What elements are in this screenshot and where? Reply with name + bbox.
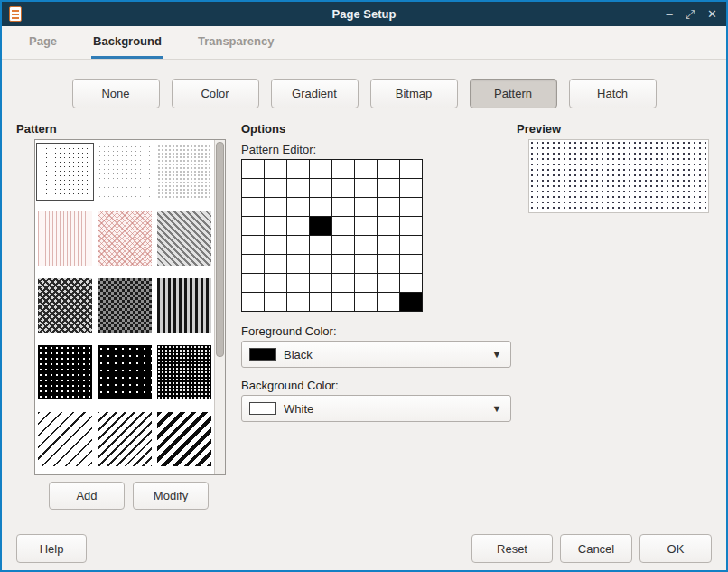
pattern-item-black-dots[interactable] xyxy=(37,344,93,400)
close-icon[interactable]: ✕ xyxy=(707,2,717,26)
pattern-item-vlines-pink[interactable] xyxy=(37,211,93,267)
editor-cell-5-0[interactable] xyxy=(242,255,265,274)
pattern-item-checker-dark[interactable] xyxy=(97,277,153,333)
tab-transparency[interactable]: Transparency xyxy=(196,26,276,59)
editor-cell-5-7[interactable] xyxy=(400,255,423,274)
pattern-item-diag-thin[interactable] xyxy=(37,411,93,467)
editor-cell-1-5[interactable] xyxy=(355,179,378,198)
editor-cell-2-3[interactable] xyxy=(310,198,332,217)
foreground-color-dropdown[interactable]: Black ▼ xyxy=(241,341,511,368)
editor-cell-6-3[interactable] xyxy=(310,274,332,293)
help-button[interactable]: Help xyxy=(16,534,87,563)
editor-cell-0-5[interactable] xyxy=(355,160,378,179)
editor-cell-3-3[interactable] xyxy=(310,217,332,236)
editor-cell-4-4[interactable] xyxy=(332,236,355,255)
pattern-item-dots-faint[interactable] xyxy=(156,144,212,200)
editor-cell-2-1[interactable] xyxy=(265,198,287,217)
reset-button[interactable]: Reset xyxy=(471,534,553,563)
editor-cell-0-0[interactable] xyxy=(242,160,265,179)
add-button[interactable]: Add xyxy=(49,482,125,510)
editor-cell-2-5[interactable] xyxy=(355,198,378,217)
editor-cell-6-4[interactable] xyxy=(332,274,355,293)
editor-cell-3-4[interactable] xyxy=(332,217,355,236)
pattern-item-dots-fine[interactable] xyxy=(37,144,93,200)
editor-cell-5-5[interactable] xyxy=(355,255,378,274)
editor-cell-4-5[interactable] xyxy=(355,236,378,255)
pattern-item-diag-thick[interactable] xyxy=(156,411,212,467)
editor-cell-1-7[interactable] xyxy=(400,179,423,198)
fill-type-none-button[interactable]: None xyxy=(72,79,160,108)
editor-cell-6-0[interactable] xyxy=(242,274,265,293)
editor-cell-0-7[interactable] xyxy=(400,160,423,179)
fill-type-bitmap-button[interactable]: Bitmap xyxy=(370,79,458,108)
restore-icon[interactable]: ⤢ xyxy=(686,2,695,26)
editor-cell-5-1[interactable] xyxy=(265,255,287,274)
editor-cell-4-6[interactable] xyxy=(378,236,400,255)
tab-background[interactable]: Background xyxy=(91,26,163,59)
editor-cell-2-4[interactable] xyxy=(332,198,355,217)
editor-cell-1-3[interactable] xyxy=(310,179,332,198)
fill-type-gradient-button[interactable]: Gradient xyxy=(271,79,359,108)
editor-cell-3-5[interactable] xyxy=(355,217,378,236)
editor-cell-2-7[interactable] xyxy=(400,198,423,217)
editor-cell-5-6[interactable] xyxy=(378,255,400,274)
editor-cell-1-0[interactable] xyxy=(242,179,265,198)
editor-cell-3-0[interactable] xyxy=(242,217,265,236)
ok-button[interactable]: OK xyxy=(639,534,712,563)
editor-cell-7-0[interactable] xyxy=(242,293,265,312)
pattern-item-black-dots-sparse[interactable] xyxy=(97,344,153,400)
editor-cell-1-4[interactable] xyxy=(332,179,355,198)
editor-cell-2-2[interactable] xyxy=(287,198,310,217)
editor-cell-4-1[interactable] xyxy=(265,236,287,255)
pattern-list-scrollbar[interactable] xyxy=(214,140,225,474)
editor-cell-3-1[interactable] xyxy=(265,217,287,236)
editor-cell-7-7[interactable] xyxy=(400,293,423,312)
cancel-button[interactable]: Cancel xyxy=(560,534,632,563)
editor-cell-4-0[interactable] xyxy=(242,236,265,255)
editor-cell-3-2[interactable] xyxy=(287,217,310,236)
editor-cell-2-0[interactable] xyxy=(242,198,265,217)
tab-page[interactable]: Page xyxy=(27,26,59,59)
editor-cell-0-6[interactable] xyxy=(378,160,400,179)
chevron-down-icon[interactable]: ▼ xyxy=(483,342,510,367)
editor-cell-7-2[interactable] xyxy=(287,293,310,312)
background-color-dropdown[interactable]: White ▼ xyxy=(241,395,511,422)
editor-cell-7-5[interactable] xyxy=(355,293,378,312)
minimize-icon[interactable]: – xyxy=(666,2,672,26)
editor-cell-7-3[interactable] xyxy=(310,293,332,312)
pattern-item-cross-pink[interactable] xyxy=(97,211,153,267)
editor-cell-6-5[interactable] xyxy=(355,274,378,293)
editor-cell-5-2[interactable] xyxy=(287,255,310,274)
editor-cell-7-4[interactable] xyxy=(332,293,355,312)
editor-cell-7-1[interactable] xyxy=(265,293,287,312)
editor-cell-0-1[interactable] xyxy=(265,160,287,179)
editor-cell-6-2[interactable] xyxy=(287,274,310,293)
fill-type-pattern-button[interactable]: Pattern xyxy=(470,79,557,108)
scrollbar-thumb[interactable] xyxy=(216,142,224,357)
modify-button[interactable]: Modify xyxy=(133,482,209,510)
pattern-editor-grid[interactable] xyxy=(241,159,423,312)
fill-type-hatch-button[interactable]: Hatch xyxy=(569,79,657,108)
editor-cell-1-2[interactable] xyxy=(287,179,310,198)
pattern-item-diag-gray[interactable] xyxy=(156,211,212,267)
editor-cell-4-2[interactable] xyxy=(287,236,310,255)
editor-cell-4-7[interactable] xyxy=(400,236,423,255)
editor-cell-1-6[interactable] xyxy=(378,179,400,198)
pattern-item-diag-med[interactable] xyxy=(97,411,153,467)
pattern-item-black-dots-fine[interactable] xyxy=(156,344,212,400)
editor-cell-6-6[interactable] xyxy=(378,274,400,293)
editor-cell-3-7[interactable] xyxy=(400,217,423,236)
editor-cell-0-3[interactable] xyxy=(310,160,332,179)
chevron-down-icon[interactable]: ▼ xyxy=(483,396,510,421)
editor-cell-0-2[interactable] xyxy=(287,160,310,179)
editor-cell-5-4[interactable] xyxy=(332,255,355,274)
editor-cell-2-6[interactable] xyxy=(378,198,400,217)
editor-cell-6-1[interactable] xyxy=(265,274,287,293)
editor-cell-0-4[interactable] xyxy=(332,160,355,179)
pattern-item-dots-light[interactable] xyxy=(97,144,153,200)
editor-cell-4-3[interactable] xyxy=(310,236,332,255)
editor-cell-5-3[interactable] xyxy=(310,255,332,274)
editor-cell-1-1[interactable] xyxy=(265,179,287,198)
editor-cell-6-7[interactable] xyxy=(400,274,423,293)
editor-cell-3-6[interactable] xyxy=(378,217,400,236)
